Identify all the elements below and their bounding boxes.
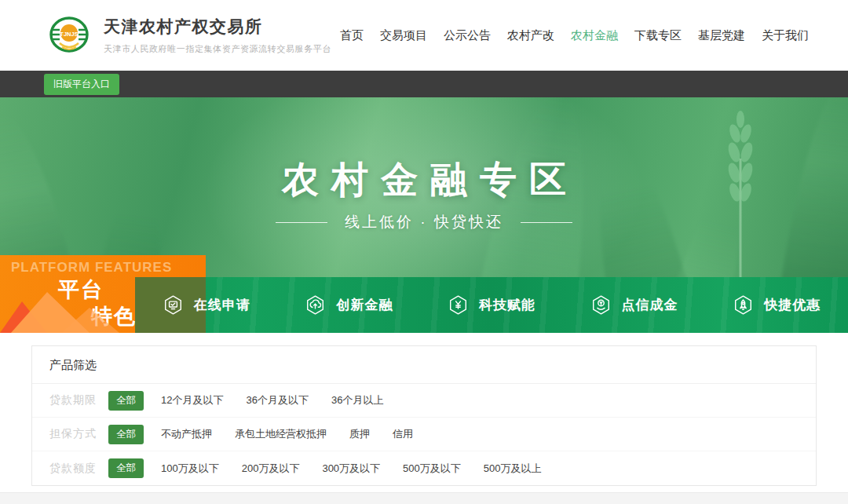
filter-row: 贷款期限全部12个月及以下36个月及以下36个月以上 bbox=[32, 384, 816, 418]
feature-tab-label: 创新金融 bbox=[336, 296, 393, 314]
nav-item[interactable]: 关于我们 bbox=[762, 28, 809, 43]
logo-text: TJNJS bbox=[60, 31, 78, 38]
main-nav: 首页交易项目公示公告农村产改农村金融下载专区基层党建关于我们 bbox=[340, 28, 809, 43]
rocket-icon bbox=[733, 294, 754, 316]
filter-option[interactable]: 36个月及以下 bbox=[246, 393, 308, 407]
filter-option[interactable]: 承包土地经营权抵押 bbox=[235, 427, 327, 441]
site-header: TJNJS 天津农村产权交易所 天津市人民政府唯一指定集体资产资源流转交易服务平… bbox=[0, 0, 848, 71]
nav-item[interactable]: 首页 bbox=[340, 28, 364, 43]
rule-right bbox=[521, 222, 572, 223]
rule-left bbox=[276, 222, 327, 223]
site-title: 天津农村产权交易所 bbox=[104, 16, 331, 38]
filter-all-button[interactable]: 全部 bbox=[108, 458, 144, 478]
filter-option[interactable]: 500万及以下 bbox=[403, 462, 461, 476]
hero-banner: 农村金融专区 线上低价 · 快贷快还 PLATFORM FEATURES 平台 … bbox=[0, 97, 848, 333]
mountains-decoration bbox=[0, 292, 135, 333]
filter-option[interactable]: 12个月及以下 bbox=[161, 393, 223, 407]
secondary-bar: 旧版平台入口 bbox=[0, 71, 848, 97]
features-eyebrow: PLATFORM FEATURES bbox=[11, 260, 172, 276]
feature-tab-label: 点信成金 bbox=[622, 296, 678, 314]
feature-tabbar: 在线申请创新金融科技赋能点信成金快捷优惠 bbox=[135, 277, 848, 333]
filter-all-button[interactable]: 全部 bbox=[108, 391, 144, 411]
filter-option[interactable]: 信用 bbox=[393, 427, 413, 441]
filter-option[interactable]: 200万及以下 bbox=[242, 462, 300, 476]
nav-item[interactable]: 公示公告 bbox=[444, 28, 491, 43]
feature-tab-label: 在线申请 bbox=[194, 296, 250, 314]
hero-subtitle: 线上低价 · 快贷快还 bbox=[345, 212, 503, 232]
monitor-check-icon bbox=[163, 294, 184, 316]
feature-tab[interactable]: 在线申请 bbox=[135, 277, 278, 333]
filter-row-label: 贷款期限 bbox=[49, 393, 108, 407]
feature-tab-label: 科技赋能 bbox=[479, 296, 535, 314]
filter-option[interactable]: 100万及以下 bbox=[161, 462, 219, 476]
nav-item[interactable]: 农村产改 bbox=[507, 28, 554, 43]
feature-tab[interactable]: 科技赋能 bbox=[420, 277, 563, 333]
product-filter-card: 产品筛选 贷款期限全部12个月及以下36个月及以下36个月以上担保方式全部不动产… bbox=[31, 345, 817, 486]
filter-option[interactable]: 500万及以上 bbox=[484, 462, 542, 476]
filter-option[interactable]: 不动产抵押 bbox=[161, 427, 212, 441]
site-subtitle: 天津市人民政府唯一指定集体资产资源流转交易服务平台 bbox=[104, 43, 331, 55]
hero-title: 农村金融专区 bbox=[0, 155, 848, 205]
brand-block: 天津农村产权交易所 天津市人民政府唯一指定集体资产资源流转交易服务平台 bbox=[104, 16, 331, 55]
old-platform-button[interactable]: 旧版平台入口 bbox=[44, 74, 119, 95]
nav-item[interactable]: 基层党建 bbox=[698, 28, 745, 43]
yen-icon bbox=[448, 294, 469, 316]
nav-item[interactable]: 农村金融 bbox=[571, 28, 618, 43]
page: TJNJS 天津农村产权交易所 天津市人民政府唯一指定集体资产资源流转交易服务平… bbox=[0, 0, 848, 504]
filter-row: 贷款额度全部100万及以下200万及以下300万及以下500万及以下500万及以… bbox=[32, 451, 816, 485]
filter-option[interactable]: 36个月以上 bbox=[331, 393, 383, 407]
filter-all-button[interactable]: 全部 bbox=[108, 425, 144, 444]
feature-tab[interactable]: 快捷优惠 bbox=[705, 277, 848, 333]
filter-row-label: 担保方式 bbox=[49, 427, 108, 441]
filter-card-title: 产品筛选 bbox=[32, 346, 816, 384]
exchange-logo-icon: TJNJS bbox=[44, 12, 94, 59]
feature-tab-label: 快捷优惠 bbox=[764, 296, 821, 314]
coin-hand-icon bbox=[590, 294, 612, 316]
cloud-up-icon bbox=[305, 294, 326, 316]
filter-row: 担保方式全部不动产抵押承包土地经营权抵押质押信用 bbox=[32, 418, 816, 451]
filter-option[interactable]: 质押 bbox=[349, 427, 370, 441]
hero-subtitle-row: 线上低价 · 快贷快还 bbox=[0, 212, 848, 232]
feature-tab[interactable]: 创新金融 bbox=[278, 277, 421, 333]
nav-item[interactable]: 交易项目 bbox=[380, 28, 427, 43]
filter-row-label: 贷款额度 bbox=[49, 462, 108, 476]
filter-option[interactable]: 300万及以下 bbox=[322, 462, 380, 476]
nav-item[interactable]: 下载专区 bbox=[634, 28, 682, 43]
feature-tab[interactable]: 点信成金 bbox=[563, 277, 706, 333]
footer-band bbox=[0, 492, 848, 504]
filter-rows: 贷款期限全部12个月及以下36个月及以下36个月以上担保方式全部不动产抵押承包土… bbox=[32, 384, 816, 485]
